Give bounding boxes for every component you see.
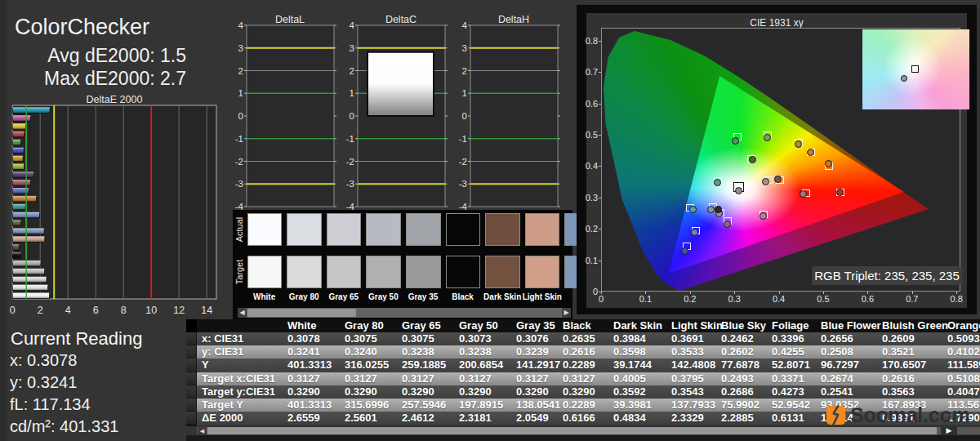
svg-text:4: 4 xyxy=(238,20,244,30)
svg-text:0: 0 xyxy=(350,111,354,121)
svg-text:2: 2 xyxy=(462,66,467,76)
svg-text:3: 3 xyxy=(462,43,467,53)
svg-text:4: 4 xyxy=(462,20,468,30)
svg-text:2: 2 xyxy=(238,66,243,76)
svg-text:12: 12 xyxy=(173,305,185,316)
svg-text:-2: -2 xyxy=(235,157,243,167)
svg-text:0: 0 xyxy=(462,111,467,121)
svg-text:0: 0 xyxy=(238,111,243,121)
svg-text:-1: -1 xyxy=(346,134,354,144)
svg-text:-2: -2 xyxy=(346,157,354,167)
svg-text:4: 4 xyxy=(350,20,355,30)
svg-text:14: 14 xyxy=(201,305,212,316)
svg-text:DeltaE 2000: DeltaE 2000 xyxy=(87,94,143,105)
svg-text:3: 3 xyxy=(238,43,243,53)
svg-text:-2: -2 xyxy=(459,157,467,167)
svg-text:DeltaH: DeltaH xyxy=(498,14,529,25)
svg-text:6: 6 xyxy=(93,305,99,316)
svg-text:4: 4 xyxy=(65,305,71,316)
svg-text:2: 2 xyxy=(38,305,43,316)
svg-text:3: 3 xyxy=(350,43,354,53)
svg-text:-1: -1 xyxy=(459,134,467,144)
svg-text:-1: -1 xyxy=(235,134,243,144)
svg-text:DeltaC: DeltaC xyxy=(385,14,416,25)
svg-text:1: 1 xyxy=(462,88,467,98)
svg-text:-3: -3 xyxy=(459,179,467,189)
svg-text:8: 8 xyxy=(121,305,127,316)
svg-text:0: 0 xyxy=(10,305,16,316)
svg-text:1: 1 xyxy=(238,88,243,98)
svg-text:DeltaL: DeltaL xyxy=(275,14,305,25)
svg-text:-3: -3 xyxy=(346,179,354,189)
svg-text:10: 10 xyxy=(145,305,157,316)
svg-text:2: 2 xyxy=(350,66,354,76)
svg-text:-3: -3 xyxy=(235,179,243,189)
svg-text:1: 1 xyxy=(350,88,354,98)
